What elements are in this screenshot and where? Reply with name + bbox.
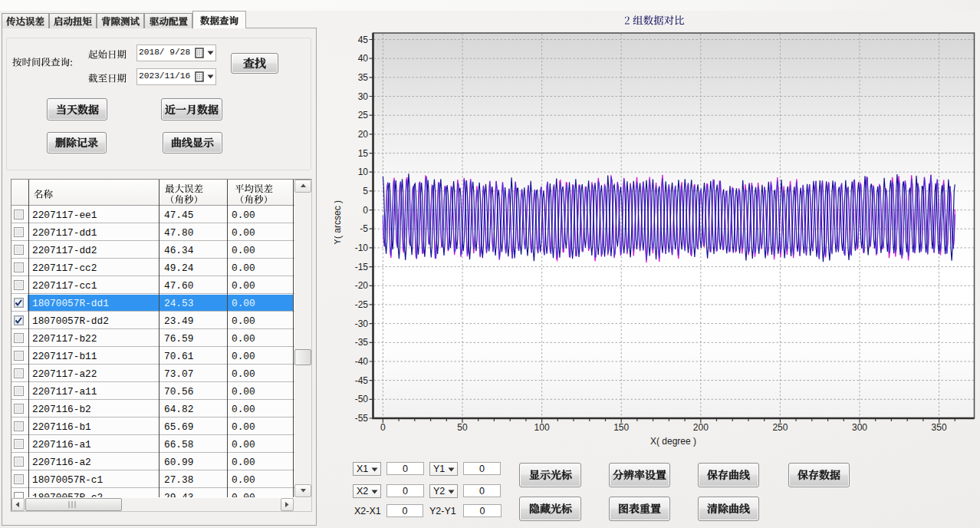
- svg-text:Y( arcsec ): Y( arcsec ): [334, 200, 343, 245]
